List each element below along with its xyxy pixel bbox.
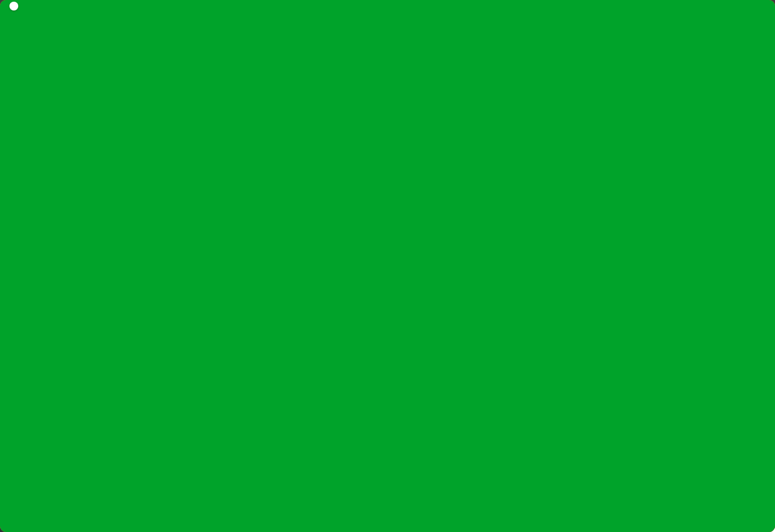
meta-content-section: Meta Content Enable / Disable SHOW bbox=[205, 358, 775, 461]
app-body: ⊞ Dashboard G Site Kit ✓ Register/Verify… bbox=[0, 33, 775, 532]
inner-layout: ⊕ Docs General ⊕ Docs Archive ⊕ Doc Sing… bbox=[89, 64, 775, 532]
content-area: Contribution Feature Contribution button… bbox=[205, 64, 775, 532]
enable-disable-toggle-wrapper[interactable]: SHOW bbox=[378, 399, 757, 412]
enable-disable-toggle-track[interactable] bbox=[205, 64, 775, 532]
main-content: EazyDocs ≡ Save Reset Section Reset All … bbox=[89, 33, 775, 532]
enable-disable-control: SHOW bbox=[378, 399, 757, 412]
enable-disable-row: Enable / Disable SHOW bbox=[223, 390, 757, 421]
